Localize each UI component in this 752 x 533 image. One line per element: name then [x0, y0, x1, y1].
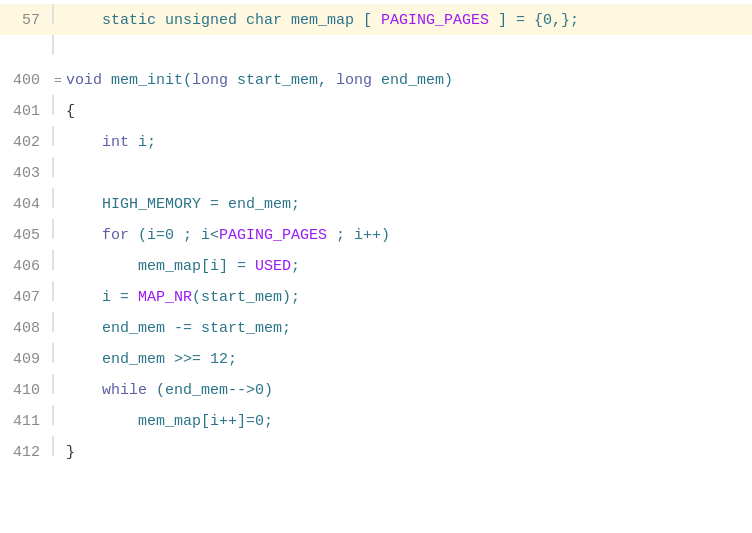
- code-token: mem_init(: [102, 72, 192, 89]
- code-token: long: [336, 72, 372, 89]
- line-content: i = MAP_NR(start_mem);: [62, 283, 752, 312]
- line-number: 408: [0, 314, 52, 343]
- line-content: int i;: [62, 128, 752, 157]
- line-content: [62, 37, 752, 66]
- gutter-divider: [52, 436, 62, 456]
- line-number: 57: [0, 6, 52, 35]
- code-line: 412}: [0, 436, 752, 467]
- gutter-divider: [52, 4, 62, 24]
- code-token: [66, 227, 102, 244]
- code-token: (start_mem);: [192, 289, 300, 306]
- code-token: ;: [291, 258, 300, 275]
- code-token: i;: [129, 134, 156, 151]
- code-token: HIGH_MEMORY = end_mem;: [66, 196, 300, 213]
- code-token: end_mem >>= 12;: [66, 351, 237, 368]
- line-number: 400: [0, 66, 52, 95]
- gutter-divider: [52, 188, 62, 208]
- gutter-divider: [52, 126, 62, 146]
- line-number: 409: [0, 345, 52, 374]
- line-number: 412: [0, 438, 52, 467]
- code-line: 409 end_mem >>= 12;: [0, 343, 752, 374]
- code-line: 408 end_mem -= start_mem;: [0, 312, 752, 343]
- line-content: while (end_mem-->0): [62, 376, 752, 405]
- code-token: PAGING_PAGES: [381, 12, 489, 29]
- line-number: 403: [0, 159, 52, 188]
- gutter-divider: [52, 374, 62, 394]
- code-line: 403: [0, 157, 752, 188]
- code-token: [66, 134, 102, 151]
- code-line: 407 i = MAP_NR(start_mem);: [0, 281, 752, 312]
- code-line: 410 while (end_mem-->0): [0, 374, 752, 405]
- line-content: HIGH_MEMORY = end_mem;: [62, 190, 752, 219]
- code-token: start_mem,: [228, 72, 336, 89]
- code-token: int: [102, 134, 129, 151]
- code-token: ; i++): [327, 227, 390, 244]
- line-number: 406: [0, 252, 52, 281]
- code-token: mem_map[i] =: [66, 258, 255, 275]
- line-content: }: [62, 438, 752, 467]
- line-content: mem_map[i++]=0;: [62, 407, 752, 436]
- code-token: end_mem -= start_mem;: [66, 320, 291, 337]
- code-line: 402 int i;: [0, 126, 752, 157]
- line-content: {: [62, 97, 752, 126]
- code-token: ] = {0,};: [489, 12, 579, 29]
- line-content: for (i=0 ; i<PAGING_PAGES ; i++): [62, 221, 752, 250]
- line-number: 411: [0, 407, 52, 436]
- line-number: 402: [0, 128, 52, 157]
- gutter-divider: [52, 250, 62, 270]
- code-token: while: [102, 382, 147, 399]
- gutter-divider: [52, 343, 62, 363]
- code-editor: 57 static unsigned char mem_map [ PAGING…: [0, 0, 752, 533]
- gutter-divider: [52, 405, 62, 425]
- code-token: PAGING_PAGES: [219, 227, 327, 244]
- line-content: void mem_init(long start_mem, long end_m…: [62, 66, 752, 95]
- code-line: 400=void mem_init(long start_mem, long e…: [0, 66, 752, 95]
- code-token: [66, 382, 102, 399]
- code-token: static unsigned char mem_map [: [66, 12, 381, 29]
- line-number: 401: [0, 97, 52, 126]
- line-content: mem_map[i] = USED;: [62, 252, 752, 281]
- code-token: }: [66, 444, 75, 461]
- code-token: for: [102, 227, 129, 244]
- code-line: [0, 35, 752, 66]
- code-token: void: [66, 72, 102, 89]
- line-number: 407: [0, 283, 52, 312]
- gutter-divider: [52, 281, 62, 301]
- gutter-divider: [52, 312, 62, 332]
- gutter-divider: [52, 95, 62, 115]
- code-line: 411 mem_map[i++]=0;: [0, 405, 752, 436]
- code-line: 405 for (i=0 ; i<PAGING_PAGES ; i++): [0, 219, 752, 250]
- code-token: USED: [255, 258, 291, 275]
- code-token: mem_map[i++]=0;: [66, 413, 273, 430]
- line-content: [62, 159, 752, 188]
- line-content: end_mem -= start_mem;: [62, 314, 752, 343]
- code-token: MAP_NR: [138, 289, 192, 306]
- code-token: (end_mem-->0): [147, 382, 273, 399]
- code-line: 57 static unsigned char mem_map [ PAGING…: [0, 4, 752, 35]
- gutter-divider: [52, 157, 62, 177]
- code-token: i =: [66, 289, 138, 306]
- line-content: static unsigned char mem_map [ PAGING_PA…: [62, 6, 752, 35]
- line-content: end_mem >>= 12;: [62, 345, 752, 374]
- code-token: (i=0 ; i<: [129, 227, 219, 244]
- code-token: {: [66, 103, 75, 120]
- code-line: 404 HIGH_MEMORY = end_mem;: [0, 188, 752, 219]
- line-number: 404: [0, 190, 52, 219]
- gutter-divider: [52, 35, 62, 55]
- code-line: 406 mem_map[i] = USED;: [0, 250, 752, 281]
- line-number: 405: [0, 221, 52, 250]
- code-line: 401{: [0, 95, 752, 126]
- gutter-divider: [52, 219, 62, 239]
- line-number: 410: [0, 376, 52, 405]
- code-token: end_mem): [372, 72, 453, 89]
- code-token: long: [192, 72, 228, 89]
- gutter-mark: =: [52, 66, 62, 95]
